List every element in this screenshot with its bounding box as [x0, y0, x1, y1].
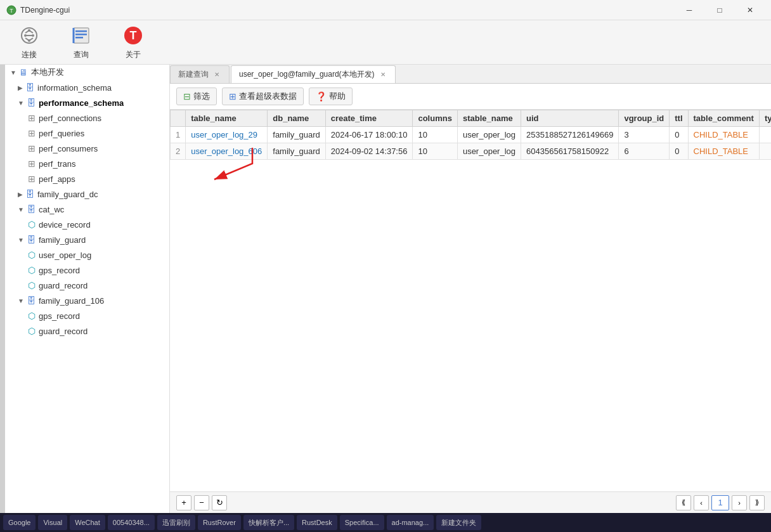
sidebar-item-guard-record[interactable]: ⬡ guard_record: [5, 278, 169, 293]
sidebar-item-perf-consumers[interactable]: ⊞ perf_consumers: [5, 141, 169, 156]
filter-icon: ⊟: [183, 91, 191, 101]
close-button[interactable]: ✕: [735, 0, 765, 20]
tab-close-icon[interactable]: ✕: [379, 70, 387, 79]
main-content: ▼ 🖥 本地开发 ▶ 🗄 information_schema ▼ 🗄 perf…: [0, 65, 771, 513]
sidebar-label: perf_connections: [39, 114, 101, 123]
col-create-time[interactable]: create_time: [325, 110, 413, 127]
tab-new-query[interactable]: 新建查询 ✕: [170, 65, 230, 83]
sidebar-item-family-guard-dc[interactable]: ▶ 🗄 family_guard_dc: [5, 186, 169, 202]
add-row-button[interactable]: +: [176, 495, 191, 510]
remove-row-button[interactable]: −: [194, 495, 209, 510]
table-row[interactable]: 2 user_oper_log_606 family_guard 2024-09…: [171, 143, 772, 160]
taskbar-item-admanag[interactable]: ad-manag...: [387, 515, 434, 530]
connect-icon: [18, 24, 41, 47]
sidebar-item-guard-record-106[interactable]: ⬡ guard_record: [5, 323, 169, 339]
col-table-comment[interactable]: table_comment: [688, 110, 759, 127]
connect-label: 连接: [22, 49, 37, 60]
sidebar-label: perf_consumers: [39, 144, 98, 153]
table-icon: ⊞: [28, 113, 36, 123]
sidebar-item-gps-record[interactable]: ⬡ gps_record: [5, 263, 169, 278]
taskbar-item-rustdesk[interactable]: RustDesk: [297, 515, 337, 530]
chevron-right-icon: ▶: [18, 191, 23, 198]
help-button[interactable]: ❓ 帮助: [309, 88, 353, 105]
view-table-label: 查看超级表数据: [239, 91, 297, 102]
about-label: 关于: [126, 49, 141, 60]
col-db-name[interactable]: db_name: [268, 110, 325, 127]
col-ttl[interactable]: ttl: [670, 110, 688, 127]
sidebar-item-gps-record-106[interactable]: ⬡ gps_record: [5, 308, 169, 323]
db-icon: 🗄: [25, 189, 34, 199]
sidebar-item-perf-connections[interactable]: ⊞ perf_connections: [5, 110, 169, 126]
cell-columns: 10: [413, 143, 457, 160]
cell-vgroup-id: 3: [619, 127, 670, 143]
sidebar-item-perf-trans[interactable]: ⊞ perf_trans: [5, 156, 169, 171]
sidebar-label: gps_record: [39, 311, 80, 321]
sidebar-item-root[interactable]: ▼ 🖥 本地开发: [5, 65, 169, 80]
sidebar-item-information-schema[interactable]: ▶ 🗄 information_schema: [5, 80, 169, 95]
view-table-button[interactable]: ⊞ 查看超级表数据: [222, 88, 304, 105]
help-icon: ❓: [316, 91, 327, 101]
cell-create-time: 2024-06-17 18:00:10: [325, 127, 413, 143]
filter-button[interactable]: ⊟ 筛选: [176, 88, 217, 105]
sidebar-item-perf-queries[interactable]: ⊞ perf_queries: [5, 126, 169, 141]
sidebar-item-family-guard-106[interactable]: ▼ 🗄 family_guard_106: [5, 293, 169, 308]
col-vgroup-id[interactable]: vgroup_id: [619, 110, 670, 127]
taskbar: Google Visual WeChat 00540348... 迅雷刷别 Ru…: [0, 513, 771, 532]
svg-rect-8: [75, 30, 87, 32]
svg-point-4: [24, 34, 27, 37]
chevron-down-icon: ▼: [18, 206, 24, 213]
help-label: 帮助: [329, 91, 346, 102]
cell-table-name: user_oper_log_606: [186, 143, 268, 160]
query-button[interactable]: 查询: [65, 21, 98, 63]
minimize-button[interactable]: ─: [675, 0, 704, 20]
sidebar-item-device-record[interactable]: ⬡ device_record: [5, 217, 169, 232]
tab-label: user_oper_log@family_guard(本地开发): [239, 69, 375, 80]
sidebar-label: perf_apps: [39, 174, 75, 184]
col-columns[interactable]: columns: [413, 110, 457, 127]
chevron-down-icon: ▼: [18, 297, 24, 304]
cell-stable-name: user_oper_log: [457, 143, 521, 160]
sidebar-label: family_guard_106: [39, 296, 104, 306]
left-strip: [0, 65, 5, 513]
taskbar-item-thunder[interactable]: 迅雷刷别: [157, 515, 195, 530]
data-grid: table_name db_name create_time columns s…: [170, 110, 771, 491]
cell-vgroup-id: 6: [619, 143, 670, 160]
taskbar-item-client[interactable]: 快解析客户...: [243, 515, 294, 530]
row-num: 2: [171, 143, 186, 160]
page-next-button[interactable]: ›: [732, 495, 747, 510]
col-stable-name[interactable]: stable_name: [457, 110, 521, 127]
taskbar-item-newfolder[interactable]: 新建文件夹: [436, 515, 481, 530]
taskbar-item-google[interactable]: Google: [3, 515, 36, 530]
taskbar-item-specifica[interactable]: Specifica...: [340, 515, 384, 530]
cell-table-name: user_oper_log_29: [186, 127, 268, 143]
page-last-button[interactable]: ⟫: [749, 495, 765, 510]
sidebar-item-cat-wc[interactable]: ▼ 🗄 cat_wc: [5, 202, 169, 217]
svg-text:T: T: [10, 8, 13, 14]
sidebar-item-user-oper-log[interactable]: ⬡ user_oper_log: [5, 247, 169, 263]
about-button[interactable]: T 关于: [117, 21, 150, 63]
connect-button[interactable]: 连接: [13, 21, 46, 63]
sidebar-label: family_guard_dc: [37, 190, 98, 199]
tab-close-icon[interactable]: ✕: [212, 70, 221, 79]
taskbar-item-visual[interactable]: Visual: [38, 515, 67, 530]
col-uid[interactable]: uid: [521, 110, 619, 127]
sidebar-item-performance-schema[interactable]: ▼ 🗄 performance_schema: [5, 95, 169, 110]
sidebar-item-family-guard[interactable]: ▼ 🗄 family_guard: [5, 232, 169, 247]
page-prev-button[interactable]: ‹: [694, 495, 709, 510]
taskbar-item-rustrover[interactable]: RustRover: [198, 515, 241, 530]
col-type[interactable]: type: [759, 110, 771, 127]
taskbar-item-num[interactable]: 00540348...: [108, 515, 155, 530]
db-icon: 🗄: [27, 295, 36, 306]
table-row[interactable]: 1 user_oper_log_29 family_guard 2024-06-…: [171, 127, 772, 143]
svg-point-3: [28, 29, 30, 32]
db-icon: 🗄: [27, 98, 36, 108]
taskbar-item-wechat[interactable]: WeChat: [70, 515, 105, 530]
sidebar-label: device_record: [39, 220, 91, 230]
page-first-button[interactable]: ⟪: [676, 495, 691, 510]
refresh-button[interactable]: ↻: [212, 495, 227, 510]
tab-user-oper-log[interactable]: user_oper_log@family_guard(本地开发) ✕: [231, 65, 396, 83]
col-table-name[interactable]: table_name: [186, 110, 268, 127]
col-row-num: [171, 110, 186, 127]
sidebar-item-perf-apps[interactable]: ⊞ perf_apps: [5, 171, 169, 186]
maximize-button[interactable]: □: [705, 0, 734, 20]
